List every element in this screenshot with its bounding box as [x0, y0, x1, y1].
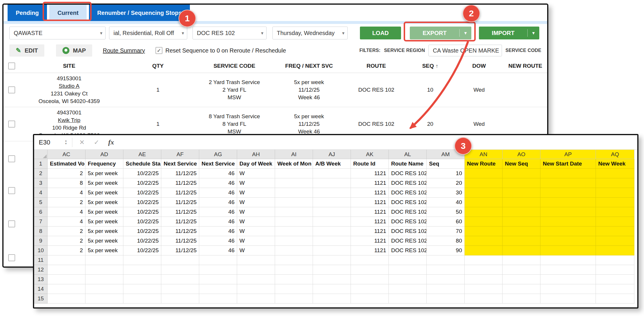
select-all-checkbox[interactable] [8, 62, 15, 69]
cell-AI8[interactable] [275, 227, 313, 236]
col-header-am[interactable]: AM [427, 150, 465, 159]
cell-AG13[interactable] [199, 275, 237, 284]
cell-AG1[interactable]: Next Service [199, 159, 237, 169]
cell-AO6[interactable] [503, 207, 540, 217]
cell-AM5[interactable]: 40 [427, 198, 465, 207]
cell-AL10[interactable]: DOC RES 102 [389, 246, 427, 255]
cell-AI3[interactable] [275, 178, 313, 188]
col-header-aj[interactable]: AJ [313, 150, 351, 159]
cell-AL7[interactable]: DOC RES 102 [389, 217, 427, 227]
reset-sequence-checkbox[interactable]: ✓ [155, 47, 162, 54]
cell-AM14[interactable] [427, 284, 465, 294]
row-header-14[interactable]: 14 [34, 284, 48, 294]
cell-AF1[interactable]: Next Service [161, 159, 199, 169]
cell-AL1[interactable]: Route Name [389, 159, 427, 169]
column-header-route[interactable]: ROUTE [347, 63, 406, 69]
cell-AK10[interactable]: 1121 [351, 246, 389, 255]
import-button[interactable]: IMPORT ▾ [479, 27, 539, 39]
col-header-ae[interactable]: AE [123, 150, 161, 159]
cell-AK11[interactable] [351, 255, 389, 265]
cell-AC10[interactable]: 2 [48, 246, 85, 255]
cell-AK2[interactable]: 1121 [351, 169, 389, 178]
cell-AQ7[interactable] [596, 217, 634, 227]
cell-AN14[interactable] [465, 284, 503, 294]
cell-AM1[interactable]: Seq [427, 159, 465, 169]
row-checkbox[interactable] [8, 155, 15, 162]
cell-AL11[interactable] [389, 255, 427, 265]
cell-AF5[interactable]: 11/12/25 [161, 198, 199, 207]
cell-AK8[interactable]: 1121 [351, 227, 389, 236]
row-header-11[interactable]: 11 [34, 255, 48, 265]
cell-AC13[interactable] [48, 275, 85, 284]
cell-AO15[interactable] [503, 294, 540, 304]
cell-AF7[interactable]: 11/12/25 [161, 217, 199, 227]
cell-AG3[interactable]: 46 [199, 178, 237, 188]
row-checkbox[interactable] [8, 220, 15, 227]
cell-AQ4[interactable] [596, 188, 634, 198]
col-header-ah[interactable]: AH [237, 150, 275, 159]
cell-AH15[interactable] [237, 294, 275, 304]
cell-AC12[interactable] [48, 265, 85, 275]
cell-AQ9[interactable] [596, 236, 634, 246]
cell-AH7[interactable]: W [237, 217, 275, 227]
cell-AE15[interactable] [123, 294, 161, 304]
cell-AD9[interactable]: 5x per week [85, 236, 123, 246]
export-button[interactable]: EXPORT ▾ [410, 27, 471, 39]
map-button[interactable]: MAP [56, 44, 92, 57]
cell-AD3[interactable]: 5x per week [85, 178, 123, 188]
cell-AE13[interactable] [123, 275, 161, 284]
cell-AP10[interactable] [540, 246, 596, 255]
cell-AH10[interactable]: W [237, 246, 275, 255]
cell-AO7[interactable] [503, 217, 540, 227]
cell-AE2[interactable]: 10/22/25 [123, 169, 161, 178]
column-header-freq-next-svc[interactable]: FREQ / NEXT SVC [271, 63, 347, 69]
cell-AI4[interactable] [275, 188, 313, 198]
cell-AN6[interactable] [465, 207, 503, 217]
cell-AJ6[interactable] [313, 207, 351, 217]
cell-AG14[interactable] [199, 284, 237, 294]
col-header-ai[interactable]: AI [275, 150, 313, 159]
cell-AN3[interactable] [465, 178, 503, 188]
column-header-qty[interactable]: QTY [118, 63, 197, 69]
cell-AC2[interactable]: 2 [48, 169, 85, 178]
cell-AQ1[interactable]: New Week [596, 159, 634, 169]
cell-AJ4[interactable] [313, 188, 351, 198]
site-name-link[interactable]: Studio A [20, 82, 118, 90]
column-header-site[interactable]: SITE [20, 63, 118, 69]
tab-renumber-sequencing-stops[interactable]: Renumber / Sequencing Stops [89, 5, 190, 21]
cell-AD4[interactable]: 5x per week [85, 188, 123, 198]
cell-AN8[interactable] [465, 227, 503, 236]
cell-AH9[interactable]: W [237, 236, 275, 246]
cell-AP11[interactable] [540, 255, 596, 265]
cell-AD5[interactable]: 5x per week [85, 198, 123, 207]
cell-AL4[interactable]: DOC RES 102 [389, 188, 427, 198]
cell-AE12[interactable] [123, 265, 161, 275]
cell-AK1[interactable]: Route Id [351, 159, 389, 169]
cell-AE8[interactable]: 10/22/25 [123, 227, 161, 236]
cell-AG12[interactable] [199, 265, 237, 275]
cell-AF9[interactable]: 11/12/25 [161, 236, 199, 246]
cell-AK12[interactable] [351, 265, 389, 275]
dropdown-route[interactable]: DOC RES 102 ▾ [192, 27, 267, 39]
cell-AP7[interactable] [540, 217, 596, 227]
cell-AC9[interactable]: 2 [48, 236, 85, 246]
enter-icon[interactable]: ✓ [89, 139, 104, 146]
cell-AQ13[interactable] [596, 275, 634, 284]
cell-AD14[interactable] [85, 284, 123, 294]
cell-AL5[interactable]: DOC RES 102 [389, 198, 427, 207]
cell-AQ11[interactable] [596, 255, 634, 265]
row-header-8[interactable]: 8 [34, 227, 48, 236]
cell-AK3[interactable]: 1121 [351, 178, 389, 188]
cell-AJ3[interactable] [313, 178, 351, 188]
cell-AG15[interactable] [199, 294, 237, 304]
row-header-7[interactable]: 7 [34, 217, 48, 227]
col-header-al[interactable]: AL [389, 150, 427, 159]
cell-AP2[interactable] [540, 169, 596, 178]
cell-AI1[interactable]: Week of Mon [275, 159, 313, 169]
cell-AK7[interactable]: 1121 [351, 217, 389, 227]
cell-AJ13[interactable] [313, 275, 351, 284]
cell-AQ8[interactable] [596, 227, 634, 236]
cell-AD15[interactable] [85, 294, 123, 304]
cell-AQ2[interactable] [596, 169, 634, 178]
cell-AF10[interactable]: 11/12/25 [161, 246, 199, 255]
